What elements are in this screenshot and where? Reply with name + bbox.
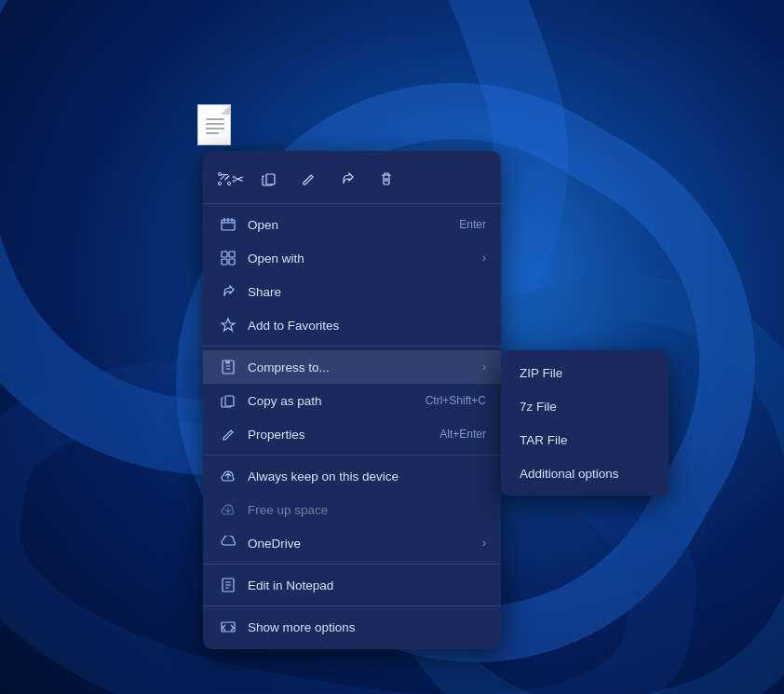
menu-item-always-keep[interactable]: Always keep on this device — [203, 459, 501, 493]
copy-button[interactable] — [251, 162, 287, 196]
free-space-icon — [218, 499, 238, 520]
compress-label: Compress to... — [248, 361, 475, 374]
edit-notepad-icon — [218, 575, 238, 595]
compress-arrow: › — [482, 361, 486, 374]
menu-item-share[interactable]: Share — [203, 275, 501, 308]
separator-4 — [203, 606, 501, 606]
more-options-label: Show more options — [248, 620, 486, 634]
rename-button[interactable] — [291, 162, 326, 196]
properties-shortcut: Alt+Enter — [439, 428, 486, 441]
share-button[interactable] — [330, 162, 365, 196]
menu-item-open[interactable]: Open Enter — [203, 208, 501, 241]
copy-path-label: Copy as path — [248, 394, 426, 408]
menu-item-properties[interactable]: Properties Alt+Enter — [203, 417, 501, 451]
menu-item-onedrive[interactable]: OneDrive › — [203, 526, 501, 560]
svg-rect-0 — [266, 174, 275, 184]
open-with-icon — [218, 248, 238, 268]
delete-button[interactable] — [369, 162, 404, 196]
free-space-label: Free up space — [248, 503, 486, 517]
svg-rect-4 — [222, 259, 227, 265]
add-favorites-label: Add to Favorites — [248, 319, 486, 333]
separator-2 — [203, 455, 501, 456]
share-label: Share — [248, 285, 486, 299]
svg-rect-5 — [229, 259, 235, 265]
onedrive-label: OneDrive — [248, 537, 475, 551]
open-icon — [218, 214, 238, 235]
cut-button[interactable]: ✂ — [212, 162, 248, 196]
submenu-7z[interactable]: 7z File — [501, 389, 669, 423]
menu-item-open-with[interactable]: Open with › — [203, 241, 501, 275]
always-keep-label: Always keep on this device — [248, 469, 486, 483]
properties-icon — [218, 424, 238, 444]
copy-path-shortcut: Ctrl+Shift+C — [426, 394, 486, 407]
compress-icon — [218, 357, 238, 377]
open-shortcut: Enter — [459, 218, 486, 231]
zip-label: ZIP File — [520, 366, 562, 380]
favorites-icon — [218, 315, 238, 335]
svg-rect-2 — [222, 252, 227, 257]
compress-submenu: ZIP File 7z File TAR File Additional opt… — [501, 350, 669, 496]
menu-item-edit-notepad[interactable]: Edit in Notepad — [203, 568, 501, 602]
svg-rect-7 — [225, 396, 234, 406]
menu-item-compress[interactable]: Compress to... › ZIP File 7z File TAR Fi… — [203, 350, 501, 384]
onedrive-icon — [218, 533, 238, 553]
file-icon[interactable] — [196, 102, 233, 147]
file-icon-image — [196, 102, 233, 147]
context-menu: ✂ — [203, 151, 501, 649]
open-with-arrow: › — [482, 252, 486, 265]
menu-item-copy-path[interactable]: Copy as path Ctrl+Shift+C — [203, 384, 501, 417]
svg-rect-3 — [229, 252, 235, 257]
copy-path-icon — [218, 390, 238, 411]
additional-options-label: Additional options — [520, 467, 619, 481]
menu-item-add-favorites[interactable]: Add to Favorites — [203, 308, 501, 342]
submenu-tar[interactable]: TAR File — [501, 423, 669, 456]
more-options-icon — [218, 617, 238, 637]
menu-item-free-space: Free up space — [203, 493, 501, 526]
always-keep-icon — [218, 466, 238, 486]
submenu-additional[interactable]: Additional options — [501, 456, 669, 490]
context-toolbar: ✂ — [203, 156, 501, 204]
separator-3 — [203, 564, 501, 565]
onedrive-arrow: › — [482, 537, 486, 550]
open-label: Open — [248, 218, 459, 232]
share-icon — [218, 281, 238, 302]
tar-label: TAR File — [520, 433, 568, 447]
properties-label: Properties — [248, 428, 439, 442]
menu-item-more-options[interactable]: Show more options — [203, 610, 501, 644]
open-with-label: Open with — [248, 252, 475, 265]
submenu-zip[interactable]: ZIP File — [501, 356, 669, 389]
7z-label: 7z File — [520, 400, 557, 414]
separator-1 — [203, 346, 501, 347]
edit-notepad-label: Edit in Notepad — [248, 578, 486, 592]
